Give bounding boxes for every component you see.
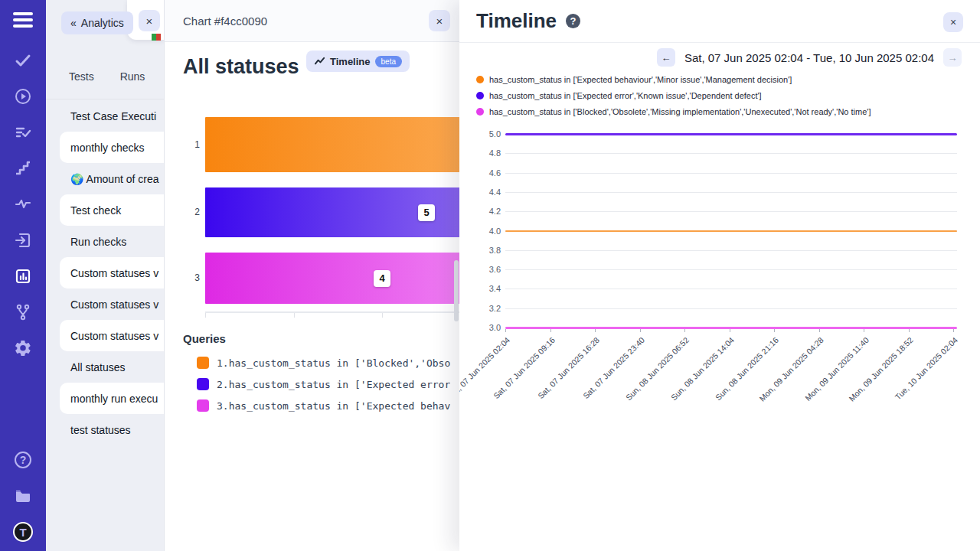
- x-axis-tick: [953, 329, 954, 332]
- y-axis-tick-label: 3.0: [475, 323, 501, 332]
- sidebar-tabs: Tests Runs: [46, 70, 164, 83]
- timeline-title: Timeline: [476, 9, 557, 33]
- legend-item: has_custom_status in ['Expected behaviou…: [476, 75, 871, 84]
- gridline: [505, 231, 957, 232]
- profile-avatar[interactable]: T: [13, 522, 33, 542]
- y-axis-tick-label: 3.4: [475, 284, 501, 293]
- gridline: [505, 153, 957, 154]
- analytics-back-label: Analytics: [81, 17, 124, 29]
- saved-charts-list: Test Case Executimonthly checks🌍 Amount …: [46, 100, 164, 445]
- analytics-back-button[interactable]: « Analytics: [61, 11, 133, 34]
- x-axis-tick-label: Tue, 10 Jun 2025 02:04: [893, 335, 960, 402]
- x-axis-tick: [774, 329, 775, 332]
- x-axis-tick: [640, 329, 641, 332]
- legend-item: has_custom_status in ['Expected error','…: [476, 91, 871, 100]
- legend-dot: [476, 76, 484, 83]
- gridline: [505, 289, 957, 289]
- x-axis-tick: [550, 329, 551, 332]
- bar-value-label: 4: [374, 270, 390, 287]
- milestones-steps-icon[interactable]: [13, 158, 33, 178]
- menu-icon[interactable]: [13, 12, 33, 28]
- x-axis-tick: [864, 329, 864, 332]
- query-row: 1.has_custom_status in ['Blocked','Obso: [197, 357, 459, 369]
- tab-tests[interactable]: Tests: [69, 70, 94, 83]
- bar-segment[interactable]: [205, 117, 459, 172]
- list-item[interactable]: Custom statuses v: [60, 257, 164, 289]
- x-axis-tick-label: Mon, 09 Jun 2025 04:28: [757, 335, 825, 403]
- import-icon[interactable]: [13, 230, 33, 250]
- y-axis-tick-label: 3.2: [475, 304, 501, 313]
- list-item[interactable]: Run checks: [46, 226, 164, 257]
- list-item[interactable]: Test check: [60, 194, 164, 226]
- analytics-sidebar: « Analytics × Tests Runs Test Case Execu…: [46, 0, 165, 551]
- gridline: [505, 173, 957, 174]
- list-item[interactable]: Test Case Executi: [46, 100, 164, 132]
- y-axis-tick-label: 4.2: [475, 207, 501, 216]
- legend-label: has_custom_status in ['Blocked','Obsolet…: [489, 107, 871, 116]
- series-line[interactable]: [505, 230, 957, 233]
- sidebar-close-icon[interactable]: ×: [139, 10, 160, 31]
- date-prev-icon[interactable]: ←: [657, 48, 675, 67]
- runs-play-icon[interactable]: [13, 86, 33, 106]
- series-line[interactable]: [505, 133, 957, 135]
- list-item[interactable]: monthly run execu: [60, 383, 164, 414]
- projects-folder-icon[interactable]: [13, 486, 33, 506]
- query-text: 2.has_custom_status in ['Expected error: [217, 379, 450, 390]
- gridline: [505, 328, 957, 328]
- x-axis-tick: [684, 329, 685, 332]
- chart-panel-close-icon[interactable]: ×: [429, 10, 450, 31]
- branches-icon[interactable]: [13, 302, 33, 322]
- timeline-help-icon[interactable]: ?: [566, 14, 580, 28]
- chart-panel-title: Chart #f4cc0090: [183, 15, 267, 28]
- x-axis-tick: [819, 329, 820, 332]
- list-item[interactable]: test statuses: [46, 414, 164, 445]
- bar-segment[interactable]: [205, 253, 459, 304]
- timeline-toggle-button[interactable]: Timeline beta: [306, 51, 410, 72]
- timeline-close-icon[interactable]: ×: [943, 12, 963, 32]
- gridline: [505, 308, 957, 309]
- help-icon[interactable]: ?: [13, 450, 33, 470]
- tests-check-icon[interactable]: [13, 51, 33, 70]
- legend-dot: [476, 108, 484, 116]
- x-axis-tick-label: Sun, 08 Jun 2025 14:04: [669, 335, 736, 402]
- list-item[interactable]: monthly checks: [60, 132, 164, 163]
- test-plans-icon[interactable]: [13, 122, 33, 142]
- x-axis-tick-label: Sun, 08 Jun 2025 06:52: [624, 335, 691, 402]
- x-axis-tick: [909, 329, 910, 332]
- bar-category-label: 1: [188, 117, 200, 172]
- y-axis-tick-label: 3.6: [475, 265, 501, 274]
- x-axis-tick-label: Sat, 07 Jun 2025 02:04: [459, 335, 511, 400]
- y-axis-tick-label: 5.0: [475, 129, 501, 139]
- query-row: 3.has_custom_status in ['Expected behav: [197, 399, 459, 412]
- x-axis-tick: [730, 329, 730, 332]
- query-row: 2.has_custom_status in ['Expected error: [197, 378, 459, 390]
- bar-category-label: 2: [188, 187, 200, 237]
- list-item[interactable]: Custom statuses v: [46, 289, 164, 320]
- settings-gear-icon[interactable]: [13, 338, 33, 358]
- gridline: [505, 250, 957, 251]
- x-axis-tick-label: Sat, 07 Jun 2025 16:28: [536, 335, 601, 400]
- x-axis-tick-label: Sun, 08 Jun 2025 21:16: [714, 335, 780, 402]
- list-item[interactable]: All statuses: [46, 351, 164, 383]
- x-axis-tick: [505, 329, 506, 332]
- bar-axis-tick: [382, 313, 383, 318]
- bar-value-label: 5: [418, 204, 435, 221]
- list-item[interactable]: Custom statuses v: [60, 320, 164, 351]
- bar-chart: 12534: [165, 113, 459, 328]
- timeline-toggle-label: Timeline: [330, 56, 371, 67]
- date-next-icon[interactable]: →: [943, 48, 962, 67]
- x-axis-tick-label: Mon, 09 Jun 2025 11:40: [802, 335, 870, 403]
- analytics-chart-icon[interactable]: [13, 266, 33, 286]
- chart-heading: All statuses: [183, 55, 299, 79]
- series-line[interactable]: [505, 327, 957, 329]
- scrollbar-thumb[interactable]: [454, 260, 459, 321]
- x-axis-tick-label: Sat, 07 Jun 2025 23:40: [581, 335, 646, 400]
- gridline: [505, 211, 957, 212]
- y-axis-tick-label: 3.8: [475, 246, 501, 255]
- bar-axis-tick: [205, 313, 206, 318]
- legend-item: has_custom_status in ['Blocked','Obsolet…: [476, 107, 871, 116]
- pulse-icon[interactable]: [13, 194, 33, 214]
- timeline-header-divider: [459, 42, 980, 43]
- tab-runs[interactable]: Runs: [120, 70, 145, 83]
- list-item[interactable]: 🌍 Amount of crea: [46, 163, 164, 194]
